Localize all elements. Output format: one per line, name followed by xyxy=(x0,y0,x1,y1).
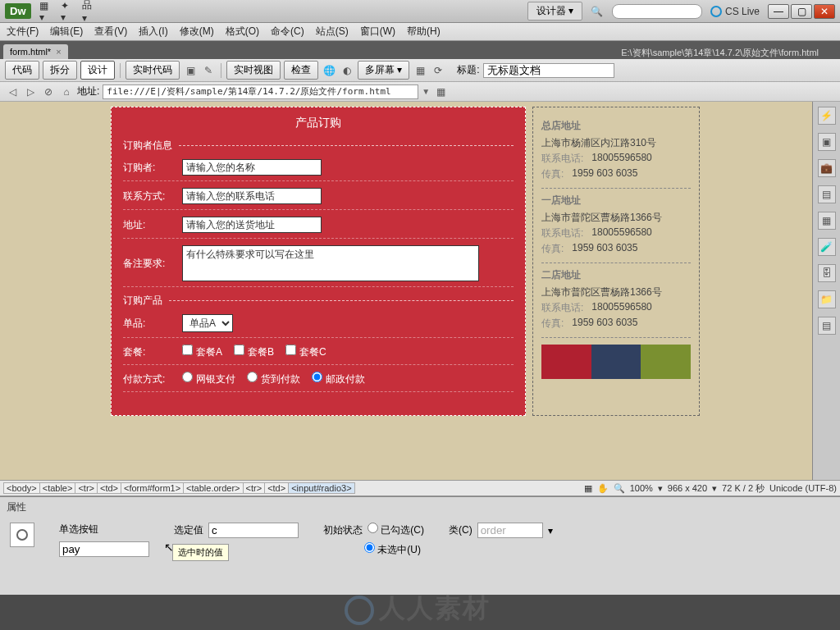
section-buyer-info: 订购者信息 xyxy=(123,139,172,153)
tag-crumb[interactable]: <table.order> xyxy=(183,482,243,494)
hand-tool-icon[interactable]: ✋ xyxy=(597,483,609,494)
tag-crumb[interactable]: <tr> xyxy=(75,482,98,494)
minimize-button[interactable]: — xyxy=(768,4,789,19)
combo-c[interactable]: 套餐C xyxy=(285,345,326,359)
live-view-button[interactable]: 实时视图 xyxy=(226,61,281,80)
menu-window[interactable]: 窗口(W) xyxy=(360,25,395,39)
globe-icon[interactable]: 🌐 xyxy=(322,63,336,78)
panel-icon[interactable]: ▤ xyxy=(818,185,836,203)
extension-icon[interactable]: ✦ ▾ xyxy=(61,5,74,18)
document-tab-bar: form.html* × E:\资料\sample\第14章\14.7.2\原始… xyxy=(0,41,840,59)
address-bar: ◁ ▷ ⊘ ⌂ 地址: ▼ ▦ xyxy=(0,82,840,102)
store2-title: 一店地址 xyxy=(541,194,691,208)
document-path: E:\资料\sample\第14章\14.7.2\原始文件\form.html xyxy=(621,47,819,59)
form-title: 产品订购 xyxy=(123,116,514,130)
class-label: 类(C) xyxy=(449,523,472,537)
panel-icon[interactable]: ▦ xyxy=(818,212,836,230)
cslive-button[interactable]: CS Live xyxy=(710,6,760,17)
tag-crumb[interactable]: <body> xyxy=(3,482,40,494)
tag-crumb[interactable]: <td> xyxy=(264,482,289,494)
site-icon[interactable]: 品 ▾ xyxy=(82,5,95,18)
maximize-button[interactable]: ▢ xyxy=(791,4,812,19)
document-toolbar: 代码 拆分 设计 实时代码 ▣ ✎ 实时视图 检查 🌐 ◐ 多屏幕 ▾ ▦ ⟳ … xyxy=(0,59,840,82)
tag-selector: <body> <table> <tr> <td> <form#form1> <t… xyxy=(0,480,840,496)
class-select[interactable] xyxy=(477,523,543,538)
address-dropdown-icon[interactable]: ▼ xyxy=(422,87,430,96)
stop-icon[interactable]: ⊘ xyxy=(41,84,56,99)
panel-icon[interactable]: 🗄 xyxy=(818,264,836,282)
state-checked[interactable]: 已勾选(C) xyxy=(368,523,424,537)
menu-format[interactable]: 格式(O) xyxy=(226,25,259,39)
note-textarea[interactable]: 有什么特殊要求可以写在这里 xyxy=(182,245,479,281)
combo-a[interactable]: 套餐A xyxy=(182,345,222,359)
search-input[interactable] xyxy=(612,4,702,19)
selected-value-input[interactable] xyxy=(208,523,299,538)
tag-crumb[interactable]: <form#form1> xyxy=(121,482,184,494)
panel-icon[interactable]: ▣ xyxy=(818,133,836,151)
refresh-icon[interactable]: ⟳ xyxy=(431,63,445,78)
element-name-input[interactable] xyxy=(59,541,149,557)
panel-icon[interactable]: 🧪 xyxy=(818,238,836,256)
state-unchecked[interactable]: 未选中(U) xyxy=(364,542,421,557)
home-icon[interactable]: ⌂ xyxy=(59,84,74,99)
encoding: Unicode (UTF-8) xyxy=(769,483,837,493)
toolbar-icon[interactable]: ◐ xyxy=(340,63,354,78)
address-input[interactable] xyxy=(103,84,418,99)
view-design-button[interactable]: 设计 xyxy=(80,61,115,80)
tag-crumb[interactable]: <table> xyxy=(39,482,76,494)
menu-edit[interactable]: 编辑(E) xyxy=(50,25,83,39)
zoom-value[interactable]: 100% xyxy=(630,483,653,493)
address-input[interactable] xyxy=(182,217,322,233)
toolbar-icon[interactable]: ▣ xyxy=(183,63,198,78)
menu-view[interactable]: 查看(V) xyxy=(94,25,127,39)
menu-command[interactable]: 命令(C) xyxy=(271,25,304,39)
title-label: 标题: xyxy=(457,63,479,77)
toolbar-icon[interactable]: ✎ xyxy=(201,63,216,78)
tag-crumb-selected[interactable]: <input#radio3> xyxy=(288,482,354,494)
live-code-button[interactable]: 实时代码 xyxy=(126,61,180,80)
tooltip: 选中时的值 xyxy=(172,544,229,561)
document-title-input[interactable] xyxy=(483,63,614,78)
view-split-button[interactable]: 拆分 xyxy=(43,61,77,80)
view-code-button[interactable]: 代码 xyxy=(5,61,39,80)
layout-icon[interactable]: ▦ ▾ xyxy=(39,5,52,18)
panel-icon[interactable]: 📁 xyxy=(818,290,836,308)
tag-crumb[interactable]: <tr> xyxy=(243,482,266,494)
workspace-switcher[interactable]: 设计器 ▾ xyxy=(527,2,582,21)
store3-address: 上海市普陀区曹杨路1366号 xyxy=(541,285,691,299)
buyer-input[interactable] xyxy=(182,159,322,176)
grid-icon[interactable]: ▦ xyxy=(433,84,448,99)
menu-insert[interactable]: 插入(I) xyxy=(139,25,167,39)
pointer-tool-icon[interactable]: ▦ xyxy=(584,483,592,494)
toolbar-icon[interactable]: ▦ xyxy=(413,63,427,78)
pay-postal[interactable]: 邮政付款 xyxy=(312,372,365,386)
menu-site[interactable]: 站点(S) xyxy=(316,25,349,39)
pay-cod[interactable]: 货到付款 xyxy=(247,372,300,386)
panel-icon[interactable]: ▤ xyxy=(818,317,836,335)
pay-online[interactable]: 网银支付 xyxy=(182,372,235,386)
back-icon[interactable]: ◁ xyxy=(5,84,20,99)
design-view[interactable]: 产品订购 订购者信息 订购者: 联系方式: 地址: 备注要求:有什么特殊要求可以… xyxy=(0,102,812,480)
panel-icon[interactable]: ⚡ xyxy=(818,107,836,125)
store2-address: 上海市普陀区曹杨路1366号 xyxy=(541,211,691,225)
menu-file[interactable]: 文件(F) xyxy=(7,25,39,39)
multiscreen-button[interactable]: 多屏幕 ▾ xyxy=(358,61,409,80)
app-bar: Dw ▦ ▾ ✦ ▾ 品 ▾ 设计器 ▾ 🔍 CS Live — ▢ ✕ xyxy=(0,0,840,23)
contact-input[interactable] xyxy=(182,188,322,204)
order-form: 产品订购 订购者信息 订购者: 联系方式: 地址: 备注要求:有什么特殊要求可以… xyxy=(111,107,526,416)
zoom-tool-icon[interactable]: 🔍 xyxy=(614,483,625,494)
forward-icon[interactable]: ▷ xyxy=(23,84,38,99)
combo-b[interactable]: 套餐B xyxy=(234,345,274,359)
single-select[interactable]: 单品A xyxy=(182,314,233,332)
panel-icon[interactable]: 💼 xyxy=(818,159,836,177)
workspace: 产品订购 订购者信息 订购者: 联系方式: 地址: 备注要求:有什么特殊要求可以… xyxy=(0,102,840,480)
menu-help[interactable]: 帮助(H) xyxy=(407,25,441,39)
tag-crumb[interactable]: <td> xyxy=(97,482,121,494)
close-button[interactable]: ✕ xyxy=(814,4,835,19)
document-tab[interactable]: form.html* × xyxy=(3,44,68,59)
inspect-button[interactable]: 检查 xyxy=(284,61,318,80)
tab-close-icon[interactable]: × xyxy=(56,47,61,57)
buyer-label: 订购者: xyxy=(123,161,174,175)
panel-rail: ⚡ ▣ 💼 ▤ ▦ 🧪 🗄 📁 ▤ xyxy=(812,102,840,480)
menu-modify[interactable]: 修改(M) xyxy=(180,25,214,39)
